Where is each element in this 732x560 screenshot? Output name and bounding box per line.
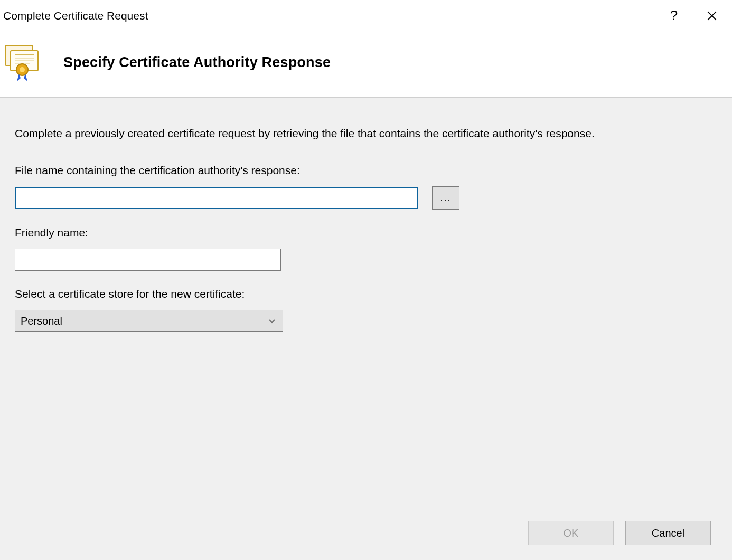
header-band: Specify Certificate Authority Response bbox=[0, 33, 732, 98]
dialog-button-row: OK Cancel bbox=[528, 521, 711, 545]
certificate-stack-icon bbox=[3, 42, 43, 82]
svg-point-9 bbox=[20, 67, 25, 72]
description-text: Complete a previously created certificat… bbox=[15, 125, 606, 142]
title-bar: Complete Certificate Request ? bbox=[0, 0, 732, 33]
cert-store-label: Select a certificate store for the new c… bbox=[15, 288, 717, 300]
browse-button[interactable]: ... bbox=[432, 186, 459, 210]
help-button[interactable]: ? bbox=[668, 7, 680, 24]
file-name-row: ... bbox=[15, 186, 717, 210]
ok-button[interactable]: OK bbox=[528, 521, 614, 545]
chevron-down-icon bbox=[268, 317, 276, 325]
cancel-button[interactable]: Cancel bbox=[625, 521, 711, 545]
friendly-name-row bbox=[15, 249, 717, 271]
file-name-input[interactable] bbox=[15, 187, 418, 209]
friendly-name-input[interactable] bbox=[15, 249, 281, 271]
file-name-label: File name containing the certification a… bbox=[15, 164, 717, 177]
body-panel: Complete a previously created certificat… bbox=[0, 98, 732, 560]
section-title: Specify Certificate Authority Response bbox=[63, 54, 331, 71]
window-title: Complete Certificate Request bbox=[3, 5, 148, 23]
close-icon bbox=[707, 11, 717, 21]
friendly-name-label: Friendly name: bbox=[15, 226, 717, 239]
cert-store-select[interactable]: Personal bbox=[15, 310, 283, 332]
close-button[interactable] bbox=[706, 10, 718, 22]
cert-store-selected-value: Personal bbox=[21, 315, 62, 327]
title-controls: ? bbox=[668, 5, 728, 24]
